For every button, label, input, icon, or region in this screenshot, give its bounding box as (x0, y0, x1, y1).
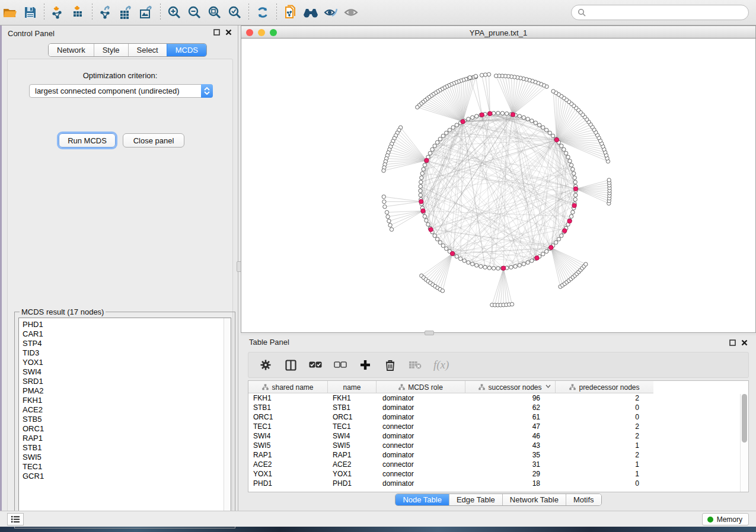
show-all-button[interactable] (341, 2, 361, 23)
binoculars-button[interactable] (301, 2, 321, 23)
close-panel-button[interactable]: Close panel (123, 133, 184, 148)
zoom-in-button[interactable] (164, 2, 184, 23)
import-network-button[interactable] (48, 2, 68, 23)
graph-node-selected[interactable] (421, 209, 425, 213)
graph-node[interactable] (468, 76, 471, 79)
tab-select[interactable]: Select (128, 44, 167, 56)
graph-node[interactable] (388, 223, 392, 227)
delete-column-button[interactable] (384, 358, 397, 371)
graph-node[interactable] (526, 261, 529, 264)
graph-node[interactable] (471, 262, 474, 265)
graph-node[interactable] (573, 197, 577, 201)
horizontal-splitter-handle[interactable] (425, 331, 434, 335)
graph-node[interactable] (467, 117, 470, 121)
graph-node[interactable] (382, 200, 386, 203)
graph-node[interactable] (479, 265, 483, 268)
zoom-out-button[interactable] (184, 2, 205, 23)
delete-table-button[interactable] (409, 358, 422, 371)
mcds-list-scrollbar[interactable] (224, 318, 231, 523)
graph-node[interactable] (475, 264, 479, 267)
graph-node[interactable] (483, 265, 487, 269)
graph-node[interactable] (513, 265, 517, 268)
window-close-button[interactable] (246, 29, 253, 36)
table-row[interactable]: ACE2ACE2connector311 (248, 460, 749, 469)
graph-node[interactable] (480, 73, 483, 77)
graph-node[interactable] (382, 195, 385, 198)
graph-node[interactable] (518, 264, 521, 267)
graph-node[interactable] (551, 134, 554, 137)
memory-button[interactable]: Memory (702, 513, 749, 525)
show-columns-button[interactable] (284, 358, 297, 371)
graph-node-selected[interactable] (501, 266, 505, 270)
graph-node[interactable] (420, 172, 424, 175)
graph-node[interactable] (522, 116, 525, 119)
tab-style[interactable]: Style (94, 44, 128, 56)
optimization-criterion-select[interactable]: largest connected component (undirected) (29, 84, 213, 98)
graph-node[interactable] (423, 214, 426, 218)
graph-node-selected[interactable] (425, 158, 429, 162)
graph-node-selected[interactable] (567, 219, 572, 223)
graph-node[interactable] (574, 193, 578, 197)
close-panel-icon[interactable] (225, 29, 232, 36)
table-row[interactable]: RAP1RAP1dominator352 (248, 450, 749, 460)
graph-node[interactable] (441, 289, 444, 293)
graph-node[interactable] (433, 144, 436, 148)
graph-node[interactable] (474, 74, 477, 78)
graph-node[interactable] (509, 265, 513, 269)
graph-node[interactable] (445, 131, 448, 134)
graph-node[interactable] (462, 259, 466, 262)
task-history-button[interactable] (7, 513, 24, 525)
graph-node[interactable] (568, 159, 572, 163)
graph-node[interactable] (510, 302, 513, 306)
tab-network[interactable]: Network (49, 44, 94, 56)
graph-node[interactable] (494, 74, 497, 78)
column-header-successor-nodes[interactable]: successor nodes (465, 381, 556, 393)
graph-node[interactable] (471, 116, 474, 119)
gear-button[interactable] (259, 358, 272, 371)
mcds-result-item[interactable]: PHD1 (19, 320, 231, 329)
graph-node[interactable] (566, 155, 570, 159)
graph-node[interactable] (451, 126, 455, 129)
graph-node[interactable] (548, 131, 551, 134)
mcds-result-item[interactable]: STP4 (19, 339, 231, 348)
graph-node[interactable] (526, 117, 529, 121)
tab-network-table[interactable]: Network Table (502, 494, 566, 505)
open-file-button[interactable] (0, 2, 20, 23)
graph-node[interactable] (467, 261, 470, 264)
graph-node[interactable] (441, 243, 445, 247)
column-header-predecessor-nodes[interactable]: predecessor nodes (556, 381, 653, 393)
graph-node[interactable] (571, 210, 575, 214)
graph-node[interactable] (422, 168, 425, 171)
tab-edge-table[interactable]: Edge Table (449, 494, 502, 505)
graph-node-selected[interactable] (563, 229, 567, 233)
graph-node[interactable] (425, 219, 428, 222)
graph-node-selected[interactable] (511, 113, 515, 117)
search-input[interactable] (586, 8, 742, 17)
graph-node[interactable] (419, 180, 423, 184)
graph-node[interactable] (607, 178, 611, 182)
mcds-result-list[interactable]: PHD1CAR1STP4TID3YOX1SWI4SRD1PMA2FKH1ACE2… (18, 318, 231, 523)
graph-node[interactable] (441, 134, 445, 137)
run-mcds-button[interactable]: Run MCDS (59, 133, 116, 148)
table-scrollbar[interactable] (740, 394, 748, 492)
table-row[interactable]: YOX1YOX1connector291 (248, 469, 749, 479)
graph-node[interactable] (562, 148, 566, 151)
graph-node[interactable] (530, 119, 534, 123)
graph-node[interactable] (416, 105, 419, 109)
graph-node[interactable] (534, 121, 537, 124)
graph-node[interactable] (383, 205, 387, 209)
graph-node[interactable] (487, 266, 491, 270)
graph-node[interactable] (419, 184, 422, 188)
window-zoom-button[interactable] (270, 29, 277, 36)
table-row[interactable]: FKH1FKH1dominator962 (248, 393, 749, 403)
mcds-result-item[interactable]: SWI4 (19, 367, 231, 377)
graph-node[interactable] (564, 151, 567, 155)
column-header-mcds-role[interactable]: MCDS role (377, 381, 465, 393)
graph-node[interactable] (569, 214, 573, 218)
table-row[interactable]: STB1STB1dominator620 (248, 403, 749, 412)
mcds-result-item[interactable]: RAP1 (19, 434, 231, 443)
graph-node[interactable] (475, 114, 479, 118)
graph-node[interactable] (385, 210, 388, 214)
mcds-result-item[interactable]: STB1 (19, 443, 231, 453)
graph-node[interactable] (544, 249, 548, 253)
